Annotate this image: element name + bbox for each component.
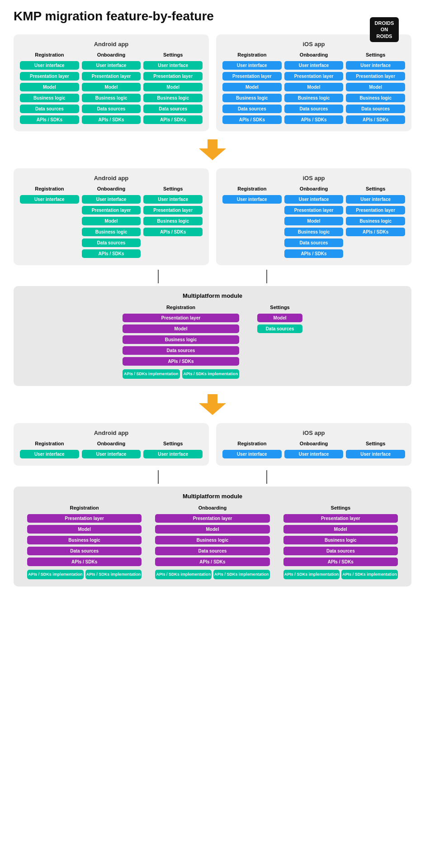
badge-impl: APIs / SDKs implementation [123,369,180,379]
diagram2-ios-features: Registration User interface Onboarding U… [222,186,405,258]
badge: Data sources [20,105,79,113]
d3-android-reg-col: Registration User interface [20,441,79,458]
badge: APIs / SDKs [283,558,398,566]
d3-ios-reg-col: Registration User interface [222,441,282,458]
d3-android-reg-label: Registration [35,441,64,446]
d2-ios-set-label: Settings [366,186,385,191]
badge: User interface [143,61,203,70]
badge: Model [27,525,142,534]
badge: User interface [346,195,405,204]
badge: User interface [346,61,405,70]
badge: Presentation layer [284,206,344,215]
badge: Business logic [222,94,282,102]
diagram3-ios-box: iOS app Registration User interface Onbo… [216,423,411,466]
impl-row-final: APIs / SDKs implementation APIs / SDKs i… [27,570,142,579]
badge: APIs / SDKs [222,115,282,124]
badge: APIs / SDKs [284,249,344,258]
d2-android-reg-label: Registration [35,186,64,191]
impl-row: APIs / SDKs implementation APIs / SDKs i… [123,369,239,379]
badge: User interface [346,450,405,458]
ios-registration-col: Registration User interface Presentation… [222,52,282,124]
badge: User interface [222,195,282,204]
diagram2-android-box: Android app Registration User interface … [14,168,209,265]
android-onb-label: Onboarding [97,52,125,57]
badge: Data sources [284,105,344,113]
module1-set-col: Settings Model Data sources [257,305,302,379]
diagram1-row: Android app Registration User interface … [14,34,411,131]
badge: User interface [284,195,344,204]
d3-ios-onb-col: Onboarding User interface [284,441,344,458]
badge-impl: APIs / SDKs implementation [283,570,340,579]
badge-impl: APIs / SDKs implementation [155,570,212,579]
d3-ios-set-label: Settings [366,441,385,446]
mf-onb-label: Onboarding [198,505,227,510]
badge: Business logic [284,94,344,102]
badge: Presentation layer [222,72,282,81]
connector-row1 [14,270,411,283]
badge: Presentation layer [27,514,142,523]
badge: User interface [143,450,203,458]
badge: Model [82,217,141,225]
badge: Business logic [143,217,203,225]
android-onboarding-col: Onboarding User interface Presentation l… [82,52,141,124]
badge: Presentation layer [123,314,239,322]
badge-impl: APIs / SDKs implementation [27,570,84,579]
badge: Business logic [155,536,269,544]
ios-settings-col: Settings User interface Presentation lay… [346,52,405,124]
d2-ios-reg-col: Registration User interface [222,186,282,258]
badge: Model [284,83,344,91]
diagram2-android-features: Registration User interface Onboarding U… [20,186,203,258]
badge: Presentation layer [284,72,344,81]
diagram1-ios-box: iOS app Registration User interface Pres… [216,34,411,131]
d3-ios-onb-label: Onboarding [300,441,328,446]
mf-set-col: Settings Presentation layer Model Busine… [283,505,398,579]
badge: Business logic [284,228,344,236]
impl-row-final2: APIs / SDKs implementation APIs / SDKs i… [155,570,269,579]
badge: Business logic [20,94,79,102]
ios-onb-label: Onboarding [300,52,328,57]
d3-ios-reg-label: Registration [237,441,266,446]
badge: Data sources [257,324,302,333]
ios-set-label: Settings [366,52,385,57]
module-title-final: Multiplatform module [23,493,402,500]
badge: User interface [20,450,79,458]
module-final-features: Registration Presentation layer Model Bu… [23,505,402,579]
d2-android-set-col: Settings User interface Presentation lay… [143,186,203,258]
badge: User interface [143,195,203,204]
d2-android-set-label: Settings [163,186,183,191]
diagram1-android-title: Android app [20,41,203,48]
diagram3-ios-title: iOS app [222,429,405,436]
d3-ios-set-col: Settings User interface [346,441,405,458]
d3-android-set-label: Settings [163,441,183,446]
mf-reg-label: Registration [70,505,99,510]
module-title-1: Multiplatform module [23,292,402,299]
connector-line-left2 [158,470,159,484]
diagram3-android-box: Android app Registration User interface … [14,423,209,466]
diagram3-android-features: Registration User interface Onboarding U… [20,441,203,458]
badge: APIs / SDKs [143,228,203,236]
d2-ios-onb-col: Onboarding User interface Presentation l… [284,186,344,258]
badge: Model [20,83,79,91]
arrow1 [14,139,411,160]
badge: APIs / SDKs [123,357,239,366]
diagram2-ios-title: iOS app [222,175,405,181]
badge: APIs / SDKs [27,558,142,566]
badge-impl: APIs / SDKs implementation [341,570,398,579]
badge-impl: APIs / SDKs implementation [85,570,142,579]
ios-reg-label: Registration [237,52,266,57]
badge: Model [155,525,269,534]
impl-row-final3: APIs / SDKs implementation APIs / SDKs i… [283,570,398,579]
module-box-1: Multiplatform module Registration Presen… [14,286,411,386]
d3-android-set-col: Settings User interface [143,441,203,458]
d2-android-reg-col: Registration User interface [20,186,79,258]
logo: DROIDS ON ROIDS [370,17,399,42]
badge: Data sources [123,346,239,355]
badge: User interface [284,61,344,70]
connector-line-left [158,270,159,283]
module-box-final: Multiplatform module Registration Presen… [14,486,411,587]
badge: Model [143,83,203,91]
d2-android-onb-label: Onboarding [97,186,125,191]
diagram3-ios-features: Registration User interface Onboarding U… [222,441,405,458]
d2-ios-onb-label: Onboarding [300,186,328,191]
badge: APIs / SDKs [284,115,344,124]
